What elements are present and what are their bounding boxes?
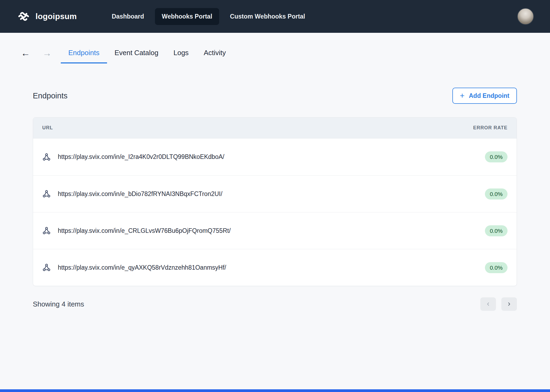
back-arrow-icon[interactable]: ←	[21, 48, 30, 58]
logo-waves-icon	[16, 9, 31, 24]
error-rate-badge: 0.0%	[485, 151, 508, 162]
plus-icon: +	[460, 92, 465, 100]
endpoint-url: https://play.svix.com/in/e_I2ra4K0v2r0DL…	[58, 153, 485, 161]
logo-text: logoipsum	[36, 12, 77, 21]
nav-item-custom-webhooks-portal[interactable]: Custom Webhooks Portal	[223, 8, 312, 25]
top-navigation-bar: logoipsum Dashboard Webhooks Portal Cust…	[0, 0, 550, 33]
table-row[interactable]: https://play.svix.com/in/e_bDio782fRYNAI…	[33, 175, 517, 212]
error-rate-badge: 0.0%	[485, 225, 508, 236]
column-header-url: URL	[42, 125, 53, 131]
endpoint-url: https://play.svix.com/in/e_bDio782fRYNAI…	[58, 190, 485, 198]
webhook-icon	[42, 190, 51, 198]
webhook-icon	[42, 226, 51, 235]
bottom-accent-bar	[0, 389, 550, 392]
logo[interactable]: logoipsum	[16, 9, 77, 24]
nav-item-webhooks-portal[interactable]: Webhooks Portal	[155, 8, 219, 25]
table-row[interactable]: https://play.svix.com/in/e_CRLGLvsW76Bu6…	[33, 212, 517, 249]
tab-bar: ← → Endpoints Event Catalog Logs Activit…	[0, 48, 550, 63]
main-content: Endpoints + Add Endpoint URL ERROR RATE …	[33, 88, 517, 311]
table-footer: Showing 4 items	[33, 297, 517, 311]
tab-activity[interactable]: Activity	[196, 49, 233, 63]
table-row[interactable]: https://play.svix.com/in/e_qyAXKQ58rVdzn…	[33, 249, 517, 286]
endpoints-table: URL ERROR RATE https://play.svix.com/in/…	[33, 117, 517, 286]
tabs: Endpoints Event Catalog Logs Activity	[61, 49, 233, 63]
table-row[interactable]: https://play.svix.com/in/e_I2ra4K0v2r0DL…	[33, 138, 517, 175]
column-header-error-rate: ERROR RATE	[473, 125, 508, 131]
error-rate-badge: 0.0%	[485, 262, 508, 273]
endpoint-url: https://play.svix.com/in/e_CRLGLvsW76Bu6…	[58, 227, 485, 234]
endpoint-url: https://play.svix.com/in/e_qyAXKQ58rVdzn…	[58, 264, 485, 271]
tab-endpoints[interactable]: Endpoints	[61, 49, 107, 63]
webhook-icon	[42, 153, 51, 161]
forward-arrow-icon[interactable]: →	[42, 48, 52, 58]
chevron-right-icon	[506, 301, 512, 307]
pagination	[480, 297, 517, 311]
primary-nav: Dashboard Webhooks Portal Custom Webhook…	[105, 8, 312, 25]
add-endpoint-label: Add Endpoint	[469, 92, 509, 99]
tab-event-catalog[interactable]: Event Catalog	[107, 49, 166, 63]
items-count-label: Showing 4 items	[33, 300, 84, 308]
error-rate-badge: 0.0%	[485, 188, 508, 199]
page-title: Endpoints	[33, 91, 68, 100]
user-avatar[interactable]	[517, 8, 534, 25]
table-header-row: URL ERROR RATE	[33, 117, 517, 138]
add-endpoint-button[interactable]: + Add Endpoint	[452, 88, 517, 104]
previous-page-button[interactable]	[480, 297, 496, 311]
nav-item-dashboard[interactable]: Dashboard	[105, 8, 151, 25]
chevron-left-icon	[485, 301, 491, 307]
tab-logs[interactable]: Logs	[166, 49, 196, 63]
webhook-icon	[42, 263, 51, 272]
history-navigation: ← →	[21, 48, 52, 63]
next-page-button[interactable]	[501, 297, 517, 311]
page-header: Endpoints + Add Endpoint	[33, 88, 517, 104]
